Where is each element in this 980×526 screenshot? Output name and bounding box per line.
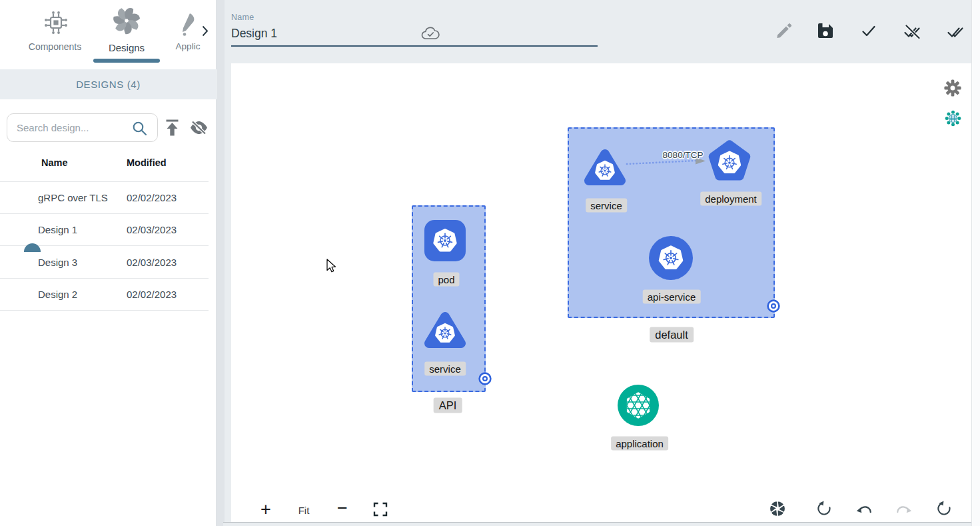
tabs-next-chevron-icon[interactable] — [202, 25, 209, 37]
tab-designs-label: Designs — [93, 42, 160, 53]
applications-tab-icon — [176, 11, 200, 37]
table-row[interactable]: Design 2 02/02/2023 — [0, 279, 209, 311]
search-box — [7, 113, 158, 142]
sidebar: Components Designs A — [0, 0, 217, 526]
design-name: gRPC over TLS — [38, 182, 108, 214]
design-modified: 02/02/2023 — [127, 279, 177, 311]
node-label: service — [424, 362, 466, 376]
reset-view-icon[interactable] — [816, 501, 832, 517]
canvas-bottom-edge — [223, 522, 980, 526]
design-name-input[interactable] — [231, 25, 598, 47]
node-application[interactable] — [617, 384, 660, 427]
group-label-api: API — [434, 398, 462, 413]
edge-port-label: 8080/TCP — [663, 150, 704, 160]
autosave-cloud-check-icon — [421, 26, 440, 42]
design-canvas[interactable]: 8080/TCP service deployment api-service … — [231, 63, 971, 522]
node-label: api-service — [643, 290, 701, 304]
node-deployment[interactable] — [705, 137, 754, 187]
design-modified: 02/02/2023 — [127, 182, 177, 214]
table-row[interactable]: gRPC over TLS 02/02/2023 — [0, 182, 209, 214]
mouse-cursor — [326, 259, 338, 273]
validate-icon[interactable] — [860, 22, 877, 39]
design-name: Design 1 — [38, 214, 77, 246]
node-pod[interactable] — [423, 219, 467, 263]
design-name-label: Name — [231, 13, 254, 22]
design-modified: 02/03/2023 — [127, 247, 177, 279]
search-icon — [131, 120, 149, 137]
undeploy-icon[interactable] — [903, 22, 922, 41]
designs-tab-icon — [111, 5, 142, 36]
group-label-default: default — [650, 327, 694, 343]
node-api-service[interactable] — [648, 235, 694, 281]
tab-applications-label: Applic — [168, 41, 208, 51]
hide-designs-icon[interactable] — [189, 119, 209, 137]
settings-icon[interactable] — [944, 79, 961, 97]
group-settings-badge[interactable] — [766, 299, 781, 313]
group-settings-badge[interactable] — [478, 371, 492, 386]
designs-section-title: DESIGNS (4) — [0, 69, 217, 99]
fit-view-button[interactable]: Fit — [298, 505, 310, 516]
tab-components-label: Components — [20, 41, 90, 52]
design-name: Design 3 — [38, 247, 77, 279]
node-label: service — [586, 199, 627, 213]
active-tab-indicator — [93, 59, 160, 63]
meshery-design-app: Components Designs A — [0, 0, 980, 526]
components-tab-icon — [42, 9, 70, 37]
node-label: deployment — [700, 192, 761, 206]
node-label: application — [611, 437, 668, 451]
fullscreen-icon[interactable] — [373, 502, 388, 517]
zoom-in-button[interactable]: + — [260, 499, 271, 520]
search-input[interactable] — [17, 114, 130, 141]
zoom-out-button[interactable]: − — [337, 498, 348, 519]
page-scrollbar[interactable] — [971, 0, 980, 526]
rescale-icon[interactable] — [936, 501, 952, 517]
node-label: pod — [433, 273, 459, 287]
deploy-icon[interactable] — [947, 22, 965, 41]
design-name: Design 2 — [38, 279, 77, 311]
save-icon[interactable] — [817, 22, 834, 39]
node-service-api[interactable] — [421, 309, 469, 353]
table-row[interactable]: Design 1 02/03/2023 — [0, 214, 209, 246]
column-header-modified: Modified — [127, 157, 167, 168]
design-modified: 02/03/2023 — [127, 214, 177, 246]
undo-icon[interactable] — [856, 501, 872, 517]
screenshot-icon[interactable] — [769, 500, 786, 517]
node-service-default[interactable] — [581, 146, 629, 190]
kubernetes-icon[interactable] — [945, 110, 961, 127]
edit-icon[interactable] — [775, 22, 793, 39]
import-design-icon[interactable] — [163, 119, 181, 137]
column-header-name: Name — [41, 157, 68, 168]
redo-icon[interactable] — [896, 501, 912, 517]
sidebar-scrollbar[interactable] — [217, 0, 225, 526]
